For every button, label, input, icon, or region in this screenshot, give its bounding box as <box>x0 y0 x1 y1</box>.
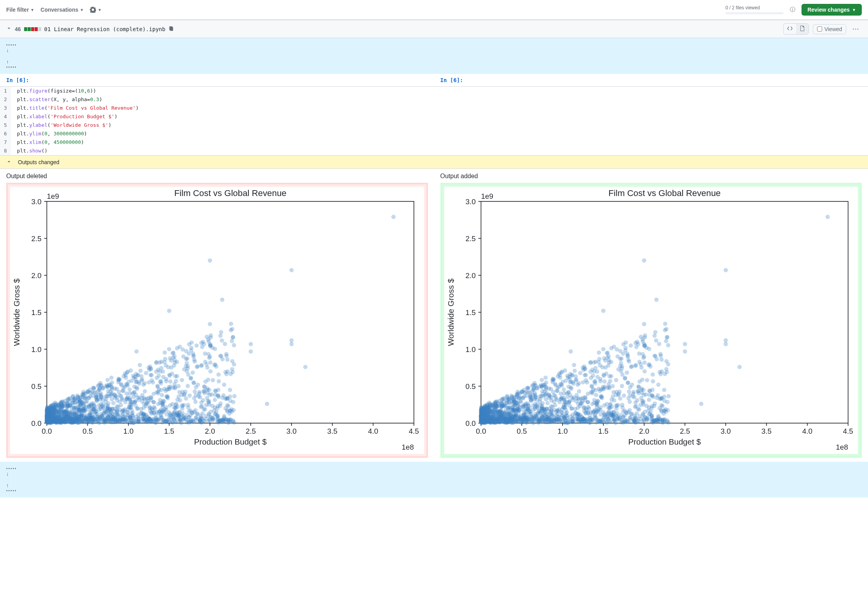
view-source-button[interactable] <box>784 24 796 34</box>
svg-point-3219 <box>659 396 664 401</box>
svg-point-3299 <box>654 298 658 302</box>
svg-text:2.0: 2.0 <box>205 427 215 435</box>
svg-point-3282 <box>499 414 504 419</box>
svg-point-2152 <box>614 406 618 411</box>
files-viewed-label: 0 / 2 files viewed <box>725 5 760 11</box>
svg-point-1193 <box>160 393 164 397</box>
svg-point-1572 <box>191 353 196 357</box>
svg-point-1200 <box>231 400 235 404</box>
svg-point-1513 <box>82 391 86 396</box>
collapse-file-toggle[interactable] <box>6 26 12 32</box>
svg-point-1623 <box>58 404 62 408</box>
svg-point-3199 <box>512 407 516 412</box>
svg-point-2995 <box>633 364 637 368</box>
svg-point-1557 <box>143 381 147 385</box>
svg-point-1208 <box>82 396 87 400</box>
svg-point-1630 <box>140 399 144 403</box>
svg-point-2401 <box>562 391 566 396</box>
svg-point-2665 <box>606 382 611 386</box>
svg-point-2643 <box>609 374 613 378</box>
svg-point-1395 <box>110 406 114 411</box>
svg-point-2400 <box>611 345 616 349</box>
svg-point-3085 <box>607 358 611 362</box>
svg-point-3226 <box>494 409 498 413</box>
svg-point-1482 <box>99 394 103 398</box>
cell-prompt-right: In [6]: <box>434 74 868 86</box>
svg-point-3232 <box>594 405 599 409</box>
svg-point-698 <box>138 369 143 373</box>
svg-point-3295 <box>573 374 578 378</box>
svg-point-3221 <box>614 392 618 397</box>
svg-point-2550 <box>647 347 651 351</box>
output-added-heading: Output added <box>440 173 862 180</box>
svg-point-3274 <box>480 415 484 420</box>
review-changes-button[interactable]: Review changes ▼ <box>802 4 862 16</box>
svg-point-3154 <box>536 420 540 424</box>
svg-point-2666 <box>557 371 561 376</box>
viewed-checkbox-input[interactable] <box>817 26 822 32</box>
svg-point-488 <box>168 373 172 378</box>
svg-point-3112 <box>543 414 547 419</box>
svg-text:3.0: 3.0 <box>720 427 730 435</box>
svg-point-1043 <box>195 365 199 369</box>
svg-point-1320 <box>229 372 233 376</box>
file-filter-label: File filter <box>6 7 29 13</box>
svg-point-2280 <box>614 378 618 382</box>
svg-text:1.5: 1.5 <box>31 308 41 317</box>
files-viewed-progress <box>725 12 784 14</box>
svg-point-2594 <box>543 376 548 380</box>
file-actions-menu[interactable]: ··· <box>850 26 862 32</box>
svg-point-3130 <box>555 417 559 422</box>
svg-point-1400 <box>203 352 207 356</box>
svg-point-3271 <box>555 389 559 393</box>
svg-point-1611 <box>59 420 64 425</box>
expand-hunk-bottom[interactable]: •••••↓ ↑••••• <box>0 462 868 497</box>
svg-point-3138 <box>533 394 538 398</box>
conversations-dropdown[interactable]: Conversations ▼ <box>40 7 84 13</box>
svg-point-3311 <box>699 402 703 406</box>
svg-point-3052 <box>648 412 652 416</box>
file-filter-dropdown[interactable]: File filter ▼ <box>6 7 34 13</box>
svg-point-1617 <box>164 420 168 424</box>
expand-hunk-top[interactable]: •••••↓ ↑••••• <box>0 38 868 74</box>
svg-point-1072 <box>134 385 139 390</box>
svg-point-1608 <box>113 420 117 424</box>
svg-point-1430 <box>173 386 177 390</box>
svg-point-1402 <box>193 400 197 404</box>
svg-point-3158 <box>625 380 630 385</box>
svg-point-3110 <box>613 421 617 425</box>
info-icon[interactable]: ⓘ <box>790 6 795 13</box>
svg-point-2768 <box>568 380 572 384</box>
file-name[interactable]: 01 Linear Regression (complete).ipynb <box>44 26 166 32</box>
copy-path-button[interactable] <box>168 26 174 32</box>
svg-text:Worldwide Gross $: Worldwide Gross $ <box>12 278 21 346</box>
svg-point-3267 <box>493 420 498 425</box>
svg-point-1530 <box>161 410 165 414</box>
code-diff-block: 1 2 3 4 5 6 7 8 plt.figure(figsize=(10,6… <box>0 87 868 156</box>
svg-point-2634 <box>587 406 591 410</box>
svg-point-1640 <box>391 215 396 219</box>
svg-point-1371 <box>118 377 122 382</box>
svg-point-3155 <box>597 389 602 393</box>
svg-point-1297 <box>149 410 154 415</box>
svg-point-1255 <box>92 386 96 390</box>
svg-point-1414 <box>99 407 103 411</box>
svg-point-2996 <box>621 420 625 425</box>
viewed-checkbox[interactable]: Viewed <box>813 24 847 34</box>
svg-point-1648 <box>208 342 212 346</box>
svg-point-1607 <box>124 376 128 380</box>
svg-point-1369 <box>216 388 220 392</box>
diff-settings-dropdown[interactable]: ▼ <box>90 7 101 13</box>
svg-point-3027 <box>552 377 556 382</box>
svg-point-2864 <box>517 396 521 400</box>
svg-point-3003 <box>499 398 503 402</box>
svg-point-3115 <box>556 410 561 414</box>
svg-point-1374 <box>203 360 208 364</box>
svg-point-1545 <box>194 418 198 422</box>
svg-point-2407 <box>623 377 627 381</box>
outputs-changed-banner[interactable]: Outputs changed <box>0 156 868 169</box>
svg-point-1615 <box>121 389 126 393</box>
svg-point-1637 <box>80 419 84 423</box>
svg-point-307 <box>217 379 221 384</box>
view-rendered-button[interactable] <box>796 24 809 34</box>
